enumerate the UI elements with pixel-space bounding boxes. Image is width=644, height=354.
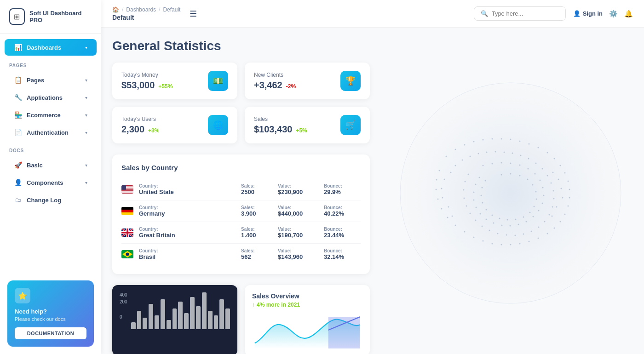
- svg-point-34: [447, 217, 448, 218]
- documentation-button[interactable]: DOCUMENTATION: [15, 327, 86, 339]
- svg-point-107: [529, 212, 531, 213]
- sidebar-item-authentication[interactable]: 📄 Authentication ▾: [5, 124, 97, 141]
- globe-decoration: [359, 74, 644, 313]
- bar: [225, 308, 230, 329]
- svg-point-22: [554, 228, 555, 229]
- svg-point-28: [501, 244, 502, 246]
- svg-point-32: [464, 231, 466, 233]
- svg-point-24: [538, 238, 539, 239]
- logo-icon: ⊞: [9, 8, 25, 25]
- svg-point-124: [561, 188, 562, 189]
- bar: [167, 320, 171, 329]
- svg-point-60: [531, 231, 532, 232]
- svg-point-106: [534, 206, 535, 207]
- basic-icon: 🚀: [14, 161, 22, 169]
- svg-point-50: [535, 163, 537, 164]
- svg-point-117: [485, 180, 486, 182]
- chevron-down-icon: ▾: [85, 45, 87, 50]
- svg-point-120: [444, 179, 445, 180]
- svg-point-144: [126, 253, 129, 256]
- svg-point-127: [556, 206, 558, 208]
- stat-change-clients: -2%: [286, 83, 296, 90]
- bar: [208, 311, 213, 329]
- svg-point-52: [547, 175, 548, 177]
- svg-point-88: [518, 224, 519, 225]
- svg-point-108: [523, 217, 524, 218]
- svg-point-74: [483, 165, 484, 166]
- auth-icon: 📄: [14, 129, 22, 136]
- settings-icon[interactable]: ⚙️: [609, 10, 618, 18]
- hamburger-menu[interactable]: ☰: [190, 9, 197, 19]
- svg-rect-140: [121, 212, 133, 215]
- svg-point-126: [558, 179, 559, 180]
- sidebar-item-pages[interactable]: 📋 Pages ▾: [5, 72, 97, 88]
- svg-point-58: [544, 221, 546, 223]
- svg-rect-135: [121, 191, 133, 191]
- sidebar-item-changelog[interactable]: 🗂 Change Log: [5, 192, 97, 208]
- svg-point-128: [552, 172, 554, 173]
- svg-point-104: [535, 191, 537, 193]
- svg-point-85: [538, 210, 540, 211]
- components-icon: 👤: [14, 179, 22, 186]
- chevron-down-icon: ▾: [85, 113, 87, 118]
- svg-point-39: [439, 170, 440, 171]
- svg-point-13: [554, 158, 555, 160]
- search-box[interactable]: 🔍: [474, 6, 566, 21]
- svg-point-31: [473, 237, 475, 238]
- svg-point-116: [482, 187, 483, 188]
- help-subtitle: Please check our docs: [15, 316, 86, 322]
- svg-point-92: [486, 219, 487, 220]
- bar: [155, 315, 159, 329]
- sidebar-item-dashboards[interactable]: 📊 Dashboards ▾: [5, 39, 97, 56]
- svg-point-80: [535, 173, 536, 175]
- stat-change-users: +3%: [148, 127, 159, 134]
- svg-point-123: [452, 216, 453, 217]
- sidebar-item-label: Pages: [27, 77, 44, 84]
- stat-card-clients: New Clients +3,462 -2% 🏆: [245, 63, 370, 99]
- svg-rect-139: [121, 210, 133, 212]
- svg-point-8: [510, 139, 512, 140]
- breadcrumb-current: Default: [112, 14, 180, 21]
- sales-overview-title: Sales Overview: [252, 292, 362, 300]
- svg-point-72: [465, 181, 466, 183]
- svg-point-95: [473, 200, 475, 201]
- svg-point-121: [448, 206, 449, 208]
- svg-rect-134: [121, 190, 133, 190]
- bar: [131, 322, 136, 329]
- country-table: Country: United State Sales: 2500 Value:…: [121, 179, 361, 265]
- search-input[interactable]: [492, 10, 559, 17]
- svg-point-0: [400, 83, 621, 303]
- bar: [161, 299, 165, 329]
- svg-point-37: [436, 189, 437, 190]
- svg-point-41: [462, 160, 463, 161]
- stat-card-sales: Sales $103,430 +5% 🛒: [245, 107, 370, 143]
- svg-point-30: [483, 240, 484, 242]
- svg-point-63: [506, 234, 507, 236]
- svg-point-12: [547, 152, 548, 154]
- svg-point-5: [483, 139, 484, 141]
- svg-point-96: [473, 192, 475, 193]
- svg-point-3: [464, 144, 466, 146]
- sign-in-button[interactable]: 👤 Sign in: [573, 10, 603, 17]
- svg-point-70: [464, 198, 465, 199]
- sidebar-logo: ⊞ Soft UI Dashboard PRO: [0, 0, 101, 34]
- svg-point-21: [560, 221, 561, 223]
- sidebar-item-applications[interactable]: 🔧 Applications ▾: [5, 89, 97, 106]
- sidebar-item-ecommerce[interactable]: 🏪 Ecommerce ▾: [5, 107, 97, 123]
- flag-de: [121, 207, 133, 215]
- svg-point-47: [512, 153, 513, 154]
- sales-overview-subtitle: 4% more in 2021: [257, 302, 300, 308]
- home-icon: 🏠: [112, 6, 119, 13]
- dashboards-icon: 📊: [14, 44, 22, 51]
- flag-br: [121, 250, 133, 258]
- sidebar-item-basic[interactable]: 🚀 Basic ▾: [5, 157, 97, 173]
- sidebar: ⊞ Soft UI Dashboard PRO 📊 Dashboards ▾ P…: [0, 0, 101, 354]
- svg-point-68: [470, 213, 471, 214]
- bar: [219, 299, 224, 329]
- svg-point-29: [492, 243, 493, 245]
- svg-point-19: [568, 206, 569, 207]
- stat-value-money: $53,000: [121, 80, 155, 91]
- chart-y-label-200: 200: [120, 299, 127, 304]
- sidebar-item-components[interactable]: 👤 Components ▾: [5, 174, 97, 191]
- bell-icon[interactable]: 🔔: [624, 10, 633, 18]
